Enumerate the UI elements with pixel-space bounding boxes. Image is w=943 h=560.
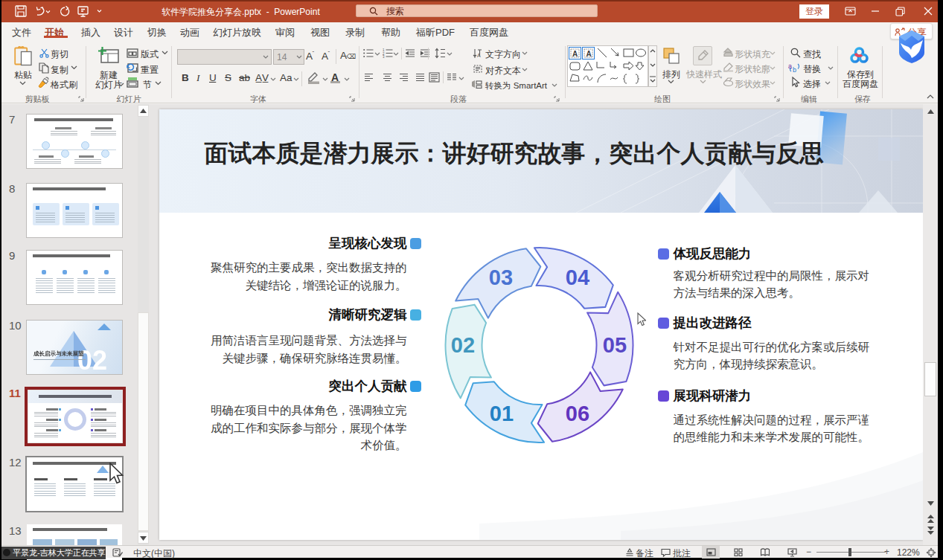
svg-text:01: 01 — [489, 400, 513, 425]
svg-text:02: 02 — [450, 332, 474, 358]
svg-text:成长启示与未来展望: 成长启示与未来展望 — [33, 350, 84, 357]
svg-text:A: A — [477, 53, 481, 58]
svg-text:04: 04 — [565, 264, 589, 289]
svg-text:05: 05 — [602, 332, 626, 358]
svg-text:b: b — [793, 66, 796, 74]
svg-text:3: 3 — [383, 55, 385, 58]
svg-text:03: 03 — [488, 264, 512, 289]
svg-text:A: A — [586, 50, 592, 58]
svg-text:06: 06 — [565, 400, 589, 425]
svg-text:A: A — [572, 50, 578, 58]
